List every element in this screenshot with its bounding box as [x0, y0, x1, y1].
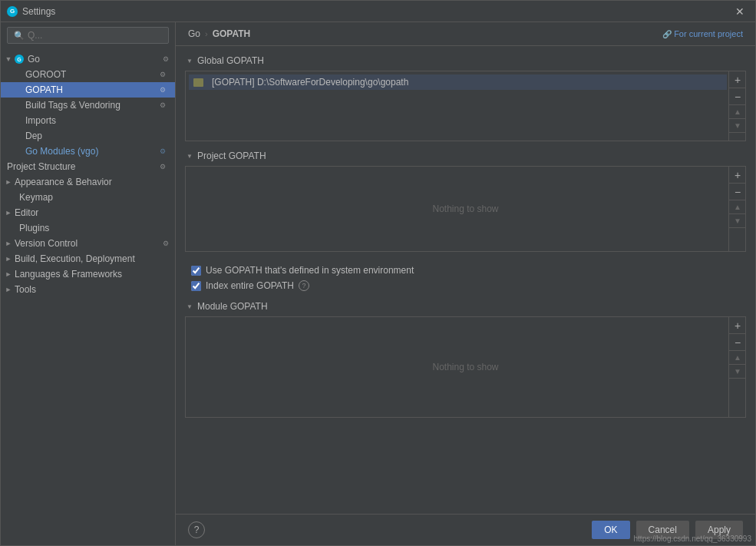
global-gopath-list: [GOPATH] D:\SoftwareForDeveloping\go\gop… [186, 71, 745, 141]
appearance-label: Appearance & Behavior [15, 177, 112, 187]
go-settings-icon: ⚙ [163, 55, 170, 63]
build-tags-label: Build Tags & Vendoring [25, 100, 120, 111]
index-gopath-label: Index entire GOPATH [206, 280, 294, 291]
module-gopath-scroll-up-button[interactable]: ▲ [729, 351, 746, 365]
global-gopath-actions: + − ▲ ▼ [728, 71, 745, 141]
sidebar-item-build-execution[interactable]: Build, Execution, Deployment [1, 251, 175, 266]
ok-button[interactable]: OK [592, 521, 629, 539]
build-execution-label: Build, Execution, Deployment [15, 253, 135, 264]
sidebar-item-goroot[interactable]: GOROOT ⚙ [1, 67, 175, 82]
project-gopath-remove-button[interactable]: − [729, 184, 746, 200]
sidebar-item-editor[interactable]: Editor [1, 205, 175, 220]
cancel-button[interactable]: Cancel [636, 521, 689, 539]
goroot-settings-icon: ⚙ [160, 71, 167, 78]
global-gopath-label: Global GOPATH [197, 55, 264, 66]
global-gopath-arrow-icon [185, 56, 194, 65]
build-arrow-icon [4, 254, 13, 263]
close-button[interactable]: ✕ [731, 4, 749, 19]
go-modules-settings-icon: ⚙ [160, 147, 167, 155]
sidebar-item-appearance-behavior[interactable]: Appearance & Behavior [1, 174, 175, 190]
app-icon: G [7, 6, 18, 17]
search-icon: 🔍 [14, 31, 25, 41]
sidebar-item-plugins[interactable]: Plugins [1, 220, 175, 236]
sidebar-item-languages-frameworks[interactable]: Languages & Frameworks [1, 266, 175, 282]
module-gopath-add-button[interactable]: + [729, 317, 746, 334]
editor-arrow-icon [4, 208, 13, 217]
sidebar-item-keymap[interactable]: Keymap [1, 190, 175, 205]
apply-button[interactable]: Apply [695, 521, 743, 539]
goroot-label: GOROOT [25, 69, 66, 80]
gopath-path: [GOPATH] D:\SoftwareForDeveloping\go\gop… [212, 77, 408, 88]
sidebar-tree: G Go ⚙ GOROOT ⚙ GOPATH ⚙ Build Tags & Ve… [1, 48, 175, 545]
project-structure-label: Project Structure [7, 161, 75, 172]
checkboxes-area: Use GOPATH that's defined in system envi… [176, 258, 755, 298]
sidebar-item-gopath[interactable]: GOPATH ⚙ [1, 82, 175, 98]
window-title: Settings [22, 6, 55, 17]
sidebar-item-tools[interactable]: Tools [1, 282, 175, 297]
global-gopath-section: Global GOPATH [GOPATH] D:\SoftwareForDev… [176, 52, 755, 141]
footer-left: ? [188, 521, 205, 538]
tools-label: Tools [15, 284, 36, 295]
build-tags-settings-icon: ⚙ [160, 101, 167, 109]
tools-arrow-icon [4, 285, 13, 294]
editor-label: Editor [15, 207, 38, 218]
project-gopath-content: Nothing to show + − ▲ ▼ [185, 166, 746, 252]
project-gopath-header[interactable]: Project GOPATH [176, 147, 755, 164]
global-gopath-scroll-down-button[interactable]: ▼ [729, 119, 746, 133]
global-gopath-add-button[interactable]: + [729, 71, 746, 88]
project-gopath-add-button[interactable]: + [729, 167, 746, 184]
version-control-label: Version Control [15, 238, 78, 249]
index-gopath-help-icon[interactable]: ? [299, 280, 309, 291]
search-box[interactable]: 🔍 [7, 27, 169, 44]
list-item[interactable]: [GOPATH] D:\SoftwareForDeveloping\go\gop… [189, 74, 727, 90]
use-gopath-env-label: Use GOPATH that's defined in system envi… [206, 265, 414, 276]
gopath-settings-icon: ⚙ [160, 86, 167, 94]
keymap-label: Keymap [19, 192, 53, 203]
imports-label: Imports [25, 115, 56, 126]
main-header: Go › GOPATH 🔗 For current project [176, 22, 755, 46]
title-bar: G Settings ✕ [1, 1, 755, 22]
global-gopath-scroll-up-button[interactable]: ▲ [729, 105, 746, 119]
sidebar: 🔍 G Go ⚙ GOROOT ⚙ GOPATH [1, 22, 176, 545]
index-gopath-row: Index entire GOPATH ? [191, 278, 740, 293]
use-gopath-env-checkbox[interactable] [191, 266, 201, 276]
search-input[interactable] [28, 30, 162, 41]
sidebar-item-build-tags[interactable]: Build Tags & Vendoring ⚙ [1, 98, 175, 113]
module-gopath-list: Nothing to show [186, 317, 745, 417]
version-control-arrow-icon [4, 239, 13, 248]
sidebar-item-project-structure[interactable]: Project Structure ⚙ [1, 159, 175, 174]
module-gopath-scroll-down-button[interactable]: ▼ [729, 365, 746, 379]
project-gopath-scroll-up-button[interactable]: ▲ [729, 200, 746, 214]
module-gopath-header[interactable]: Module GOPATH [176, 298, 755, 315]
sidebar-item-go[interactable]: G Go ⚙ [1, 51, 175, 67]
breadcrumb-current: GOPATH [213, 28, 251, 39]
global-gopath-content: [GOPATH] D:\SoftwareForDeveloping\go\gop… [185, 71, 746, 141]
link-label: For current project [674, 29, 743, 38]
gopath-label: GOPATH [25, 84, 63, 95]
plugins-label: Plugins [19, 223, 49, 233]
footer: ? OK Cancel Apply [176, 514, 755, 545]
sidebar-item-imports[interactable]: Imports [1, 113, 175, 128]
sidebar-item-go-modules[interactable]: Go Modules (vgo) ⚙ [1, 144, 175, 159]
use-gopath-env-row: Use GOPATH that's defined in system envi… [191, 263, 740, 278]
global-gopath-remove-button[interactable]: − [729, 88, 746, 105]
project-gopath-label: Project GOPATH [197, 151, 266, 161]
languages-arrow-icon [4, 270, 13, 279]
project-structure-settings-icon: ⚙ [160, 163, 167, 170]
sidebar-item-version-control[interactable]: Version Control ⚙ [1, 236, 175, 251]
breadcrumb-parent: Go [188, 28, 200, 39]
sidebar-item-dep[interactable]: Dep [1, 128, 175, 144]
for-current-project-link[interactable]: 🔗 For current project [662, 29, 743, 38]
languages-frameworks-label: Languages & Frameworks [15, 269, 122, 280]
help-button[interactable]: ? [188, 521, 205, 538]
global-gopath-header[interactable]: Global GOPATH [176, 52, 755, 69]
project-gopath-scroll-down-button[interactable]: ▼ [729, 214, 746, 228]
module-gopath-arrow-icon [185, 302, 194, 311]
breadcrumb-separator: › [205, 29, 208, 38]
module-gopath-content: Nothing to show + − ▲ ▼ [185, 316, 746, 418]
index-gopath-checkbox[interactable] [191, 281, 201, 291]
module-gopath-actions: + − ▲ ▼ [728, 317, 745, 417]
module-gopath-section: Module GOPATH Nothing to show + − ▲ ▼ [176, 298, 755, 418]
project-gopath-list: Nothing to show [186, 167, 745, 251]
module-gopath-remove-button[interactable]: − [729, 334, 746, 351]
